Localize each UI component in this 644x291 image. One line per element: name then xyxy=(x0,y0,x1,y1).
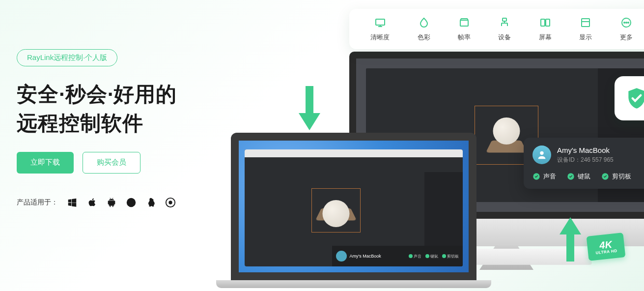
chip-audio: 声音 xyxy=(532,172,556,181)
avatar-small xyxy=(336,251,347,262)
toolbar-fps-label: 帧率 xyxy=(458,33,471,42)
toolbar-device[interactable]: 设备 xyxy=(498,17,511,42)
hero-line-1: 安全·秒会·好用的 xyxy=(17,80,233,109)
device-name: Amy's MacBook xyxy=(557,146,614,154)
appstore-icon[interactable] xyxy=(126,197,137,208)
toolbar-color-label: 色彩 xyxy=(418,33,430,42)
svg-point-2 xyxy=(168,201,172,204)
svg-point-11 xyxy=(626,22,627,23)
svg-rect-6 xyxy=(541,19,545,26)
fps-icon xyxy=(458,17,470,29)
laptop-chip-mouse: 键鼠 xyxy=(425,254,438,259)
svg-point-10 xyxy=(624,22,625,23)
toolbar-fps[interactable]: 帧率 xyxy=(458,17,471,42)
device-icon xyxy=(499,17,510,29)
toolbar-device-label: 设备 xyxy=(498,33,511,42)
android-icon[interactable] xyxy=(106,197,117,208)
toolbar-clarity-label: 清晰度 xyxy=(370,33,390,42)
laptop-device-name: Amy's MacBook xyxy=(350,254,381,259)
svg-rect-5 xyxy=(503,18,506,21)
product-tag: RayLink远程控制·个人版 xyxy=(17,49,117,66)
arrow-down-icon xyxy=(295,86,324,130)
purchase-button[interactable]: 购买会员 xyxy=(83,152,140,174)
clarity-icon xyxy=(374,17,386,29)
linux-icon[interactable] xyxy=(145,197,156,208)
svg-rect-3 xyxy=(376,19,385,25)
4k-text: 4K xyxy=(599,239,613,250)
svg-point-13 xyxy=(540,151,543,155)
laptop-mockup: Amy's MacBook 声音 键鼠 剪切板 xyxy=(231,133,476,288)
toolbar-clarity[interactable]: 清晰度 xyxy=(370,17,390,42)
toolbar-display[interactable]: 显示 xyxy=(579,17,592,42)
svg-rect-4 xyxy=(460,20,468,26)
device-status-card: Amy's MacBook 设备ID：246 557 965 声音 键鼠 剪切板 xyxy=(524,138,644,189)
display-icon xyxy=(580,17,591,29)
avatar xyxy=(532,146,551,164)
shield-badge xyxy=(615,76,644,120)
ultrahd-text: ULTRA HD xyxy=(595,248,617,255)
windows-icon[interactable] xyxy=(67,197,78,208)
toolbar-more-label: 更多 xyxy=(620,33,633,42)
svg-point-12 xyxy=(628,22,629,23)
chip-mouse: 键鼠 xyxy=(567,172,590,181)
more-icon xyxy=(620,17,632,29)
laptop-chip-clipboard: 剪切板 xyxy=(442,254,459,259)
remote-toolbar: 清晰度 色彩 帧率 设备 屏幕 显示 更多 xyxy=(349,9,644,49)
svg-rect-8 xyxy=(582,19,589,27)
color-icon xyxy=(418,17,430,29)
laptop-chip-audio: 声音 xyxy=(409,254,421,259)
device-id: 设备ID：246 557 965 xyxy=(557,156,614,164)
hero-heading: 安全·秒会·好用的 远程控制软件 xyxy=(17,80,233,138)
platform-label: 产品适用于： xyxy=(17,198,58,207)
hero-line-2: 远程控制软件 xyxy=(17,109,233,138)
chip-clipboard: 剪切板 xyxy=(601,172,631,181)
toolbar-more[interactable]: 更多 xyxy=(620,17,633,42)
4k-badge: 4K ULTRA HD xyxy=(587,233,626,261)
apple-icon[interactable] xyxy=(86,197,97,208)
svg-point-0 xyxy=(127,198,136,206)
toolbar-screen-label: 屏幕 xyxy=(539,33,552,42)
toolbar-display-label: 显示 xyxy=(579,33,592,42)
arrow-up-icon xyxy=(556,217,585,262)
screen-icon xyxy=(539,17,551,29)
download-button[interactable]: 立即下载 xyxy=(17,152,74,174)
toolbar-color[interactable]: 色彩 xyxy=(418,17,430,42)
svg-rect-7 xyxy=(546,19,550,26)
toolbar-screen[interactable]: 屏幕 xyxy=(539,17,552,42)
chrome-icon[interactable] xyxy=(165,197,176,208)
